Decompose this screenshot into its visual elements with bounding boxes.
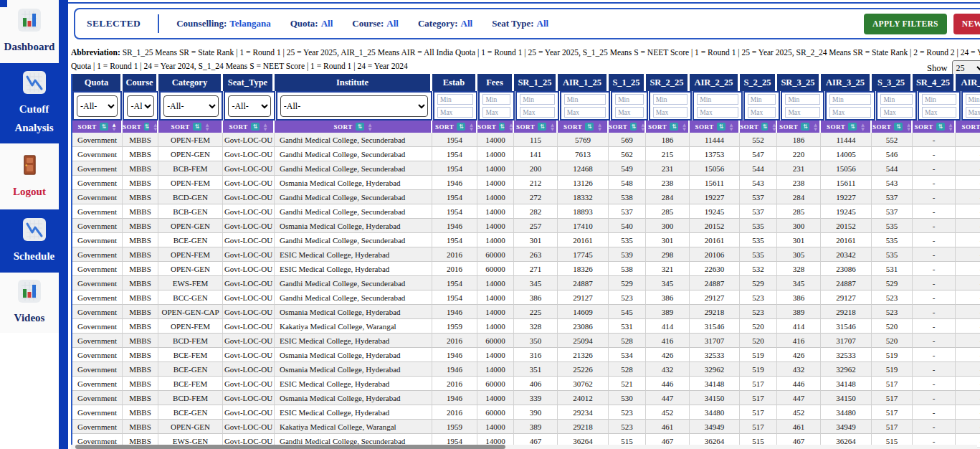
show-label: Show	[927, 63, 947, 74]
cell-s_2_25: 523	[740, 290, 777, 305]
table-row: GovernmentMBBSOPEN-GENGovt-LOC-OUGandhi …	[72, 147, 980, 161]
sidebar-item-logout[interactable]: Logout	[0, 143, 59, 209]
sort-button-sr_3_25[interactable]: SORT⇅▲▼	[777, 120, 821, 133]
fees-min-input[interactable]	[482, 94, 510, 105]
air_4_25-max-input[interactable]	[966, 107, 980, 118]
cell-estab: 1946	[432, 391, 477, 405]
cell-s_1_25: 537	[609, 204, 646, 219]
filter-quota: Quota:All	[290, 18, 333, 29]
sort-button-s_1_25[interactable]: SORT⇅▲▼	[609, 120, 646, 133]
sort-button-category[interactable]: SORT⇅▲▼	[158, 120, 223, 133]
air_1_25-min-input[interactable]	[564, 94, 606, 105]
cell-estab: 1946	[432, 176, 477, 190]
s_2_25-min-input[interactable]	[748, 94, 776, 105]
filter-cell-category: -All-	[159, 91, 223, 120]
air_3_25-max-input[interactable]	[829, 107, 871, 118]
s_3_25-max-input[interactable]	[880, 107, 913, 118]
cell-sr_4_25: -	[913, 262, 956, 276]
s_1_25-min-input[interactable]	[615, 94, 644, 105]
cell-air_4_25: -	[956, 391, 980, 405]
s_2_25-max-input[interactable]	[748, 107, 776, 118]
cell-air_1_25: 18893	[558, 204, 609, 219]
sidebar-item-label: Videos	[14, 308, 45, 327]
sr_1_25-max-input[interactable]	[520, 107, 555, 118]
sr_4_25-min-input[interactable]	[922, 94, 956, 105]
cell-institute: ESIC Medical College, Hyderabad	[275, 262, 432, 276]
table-row: GovernmentMBBSBCC-GENGovt-LOC-OUGandhi M…	[72, 290, 980, 305]
cell-s_1_25: 528	[609, 362, 646, 377]
cell-air_2_25: 11444	[690, 133, 740, 147]
cell-estab: 2016	[432, 262, 477, 276]
sort-button-estab[interactable]: SORT⇅▲▼	[432, 120, 477, 133]
sr_3_25-min-input[interactable]	[785, 94, 820, 105]
sort-button-quota[interactable]: SORT⇅▲▼	[72, 120, 123, 133]
air_2_25-max-input[interactable]	[697, 107, 738, 118]
sort-button-sr_1_25[interactable]: SORT⇅▲▼	[514, 120, 558, 133]
sr_2_25-max-input[interactable]	[653, 107, 688, 118]
estab-min-input[interactable]	[437, 94, 474, 105]
filter-select-seat_type[interactable]: -All-	[228, 95, 270, 117]
top-divider	[68, 2, 980, 4]
cell-seat_type: Govt-LOC-OU	[223, 377, 275, 391]
fees-max-input[interactable]	[482, 107, 510, 118]
sort-button-seat_type[interactable]: SORT⇅▲▼	[223, 120, 275, 133]
sr_1_25-min-input[interactable]	[520, 94, 555, 105]
air_1_25-max-input[interactable]	[564, 107, 606, 118]
air_2_25-min-input[interactable]	[697, 94, 738, 105]
cell-fees: 60000	[477, 262, 514, 276]
s_1_25-max-input[interactable]	[615, 107, 644, 118]
cell-sr_2_25: 186	[646, 133, 690, 147]
sort-button-fees[interactable]: SORT⇅▲▼	[477, 120, 514, 133]
cell-course: MBBS	[123, 377, 158, 391]
sort-button-air_4_25[interactable]: SORT⇅▲▼	[956, 120, 980, 133]
air_4_25-min-input[interactable]	[966, 94, 980, 105]
cell-sr_3_25: 447	[777, 391, 821, 405]
cell-sr_4_25: -	[913, 391, 956, 405]
sort-button-air_2_25[interactable]: SORT⇅▲▼	[690, 120, 740, 133]
sidebar-item-dashboard[interactable]: Dashboard	[0, 0, 59, 63]
cell-sr_3_25: 285	[777, 204, 821, 219]
sort-button-s_2_25[interactable]: SORT⇅▲▼	[740, 120, 777, 133]
cell-seat_type: Govt-LOC-OU	[223, 204, 275, 219]
sr_4_25-max-input[interactable]	[922, 107, 956, 118]
sidebar-item-schedule[interactable]: Schedule	[0, 209, 68, 273]
cell-course: MBBS	[123, 391, 158, 405]
sort-button-air_3_25[interactable]: SORT⇅▲▼	[821, 120, 872, 133]
cell-sr_2_25: 301	[646, 233, 690, 247]
apply-filters-button[interactable]: APPLY FILTERS	[864, 14, 947, 34]
cell-quota: Government	[72, 348, 123, 362]
cell-sr_2_25: 426	[646, 348, 690, 362]
sort-button-sr_2_25[interactable]: SORT⇅▲▼	[646, 120, 690, 133]
filter-select-category[interactable]: -All-	[163, 95, 219, 117]
sr_3_25-max-input[interactable]	[785, 107, 820, 118]
cell-air_2_25: 32533	[690, 348, 740, 362]
sort-button-sr_4_25[interactable]: SORT⇅▲▼	[913, 120, 956, 133]
s_3_25-min-input[interactable]	[880, 94, 913, 105]
sort-button-air_1_25[interactable]: SORT⇅▲▼	[558, 120, 609, 133]
sidebar-item-videos[interactable]: Videos	[0, 273, 59, 333]
cell-air_2_25: 20106	[690, 247, 740, 262]
new-search-button[interactable]: NEW SEARCH	[953, 14, 980, 34]
sort-arrows-icon: ⇅	[457, 123, 465, 131]
column-header-category: Category	[158, 74, 223, 91]
sort-button-s_3_25[interactable]: SORT⇅▲▼	[872, 120, 913, 133]
cell-institute: Gandhi Medical College, Secunderabad	[275, 133, 432, 147]
estab-max-input[interactable]	[437, 107, 474, 118]
air_3_25-min-input[interactable]	[829, 94, 871, 105]
sr_2_25-min-input[interactable]	[653, 94, 688, 105]
corner-accent	[0, 0, 7, 7]
filter-select-quota[interactable]: -All-	[77, 95, 118, 117]
filter-select-course[interactable]: -All-	[127, 95, 154, 117]
cell-category: OPEN-GEN-CAP	[158, 305, 223, 319]
cell-sr_2_25: 238	[646, 176, 690, 190]
cell-sr_2_25: 345	[646, 276, 690, 290]
sort-button-institute[interactable]: SORT⇅▲▼	[275, 120, 432, 133]
cell-sr_4_25: -	[913, 362, 956, 377]
sidebar-item-cutoff-analysis[interactable]: Cutoff Analysis	[0, 63, 68, 143]
filter-select-institute[interactable]: -All-	[280, 95, 428, 117]
horizontal-scrollbar-thumb[interactable]	[75, 445, 505, 449]
cutoff-table: QuotaCourseCategorySeat_TypeInstituteEst…	[71, 74, 980, 448]
cell-air_4_25: -	[956, 405, 980, 420]
table-row: GovernmentMBBSOPEN-GEN-CAPGovt-LOC-OUOsm…	[72, 305, 980, 319]
sort-button-course[interactable]: SORT⇅▲▼	[123, 120, 158, 133]
